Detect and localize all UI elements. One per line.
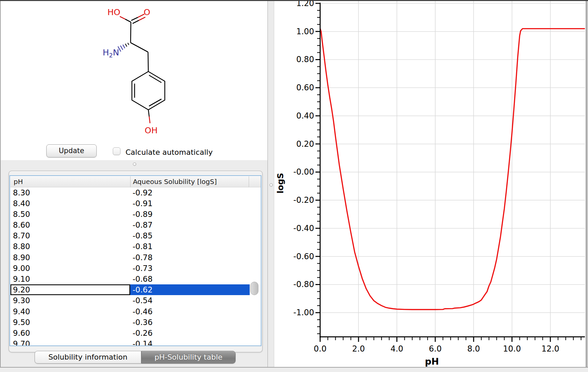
column-header-ph[interactable]: pH (10, 176, 131, 187)
solubility-cell[interactable]: -0.85 (130, 230, 250, 241)
carbonyl-oxygen-label: O (144, 7, 150, 17)
table-row[interactable]: 9.50-0.36 (10, 317, 261, 328)
ph-cell[interactable]: 9.50 (10, 317, 131, 328)
ph-solubility-chart: 1.201.000.800.600.400.20-0.00-0.20-0.40-… (274, 1, 585, 367)
y-tick-label: -1.00 (293, 308, 314, 317)
table-row[interactable]: 9.20-0.62 (10, 284, 261, 295)
x-tick-label: 2.0 (352, 344, 365, 354)
solubility-cell[interactable]: -0.73 (130, 263, 250, 274)
table-row[interactable]: 8.50-0.89 (10, 209, 261, 220)
y-tick-label: 0.60 (296, 83, 314, 92)
x-tick-label: 6.0 (429, 344, 442, 354)
horizontal-split-handle[interactable] (133, 162, 136, 166)
ph-cell[interactable]: 9.00 (10, 263, 131, 274)
window-right-border (585, 1, 588, 372)
window-top-border (0, 0, 588, 1)
y-tick-label: 0.40 (296, 111, 314, 121)
y-tick-label: -0.40 (293, 224, 314, 233)
solubility-cell[interactable]: -0.14 (130, 338, 250, 345)
table-row[interactable]: 8.90-0.78 (10, 252, 261, 263)
ph-cell[interactable]: 8.90 (10, 252, 131, 263)
ph-cell[interactable]: 8.80 (10, 241, 131, 252)
ph-cell[interactable]: 9.30 (10, 295, 131, 306)
solubility-cell[interactable]: -0.68 (130, 274, 250, 284)
table-header: pH Aqueous Solubility [logS] (10, 176, 261, 187)
oxygen-bond-lines (120, 14, 150, 123)
x-tick-label: 4.0 (391, 344, 403, 354)
table-row[interactable]: 8.40-0.91 (10, 198, 261, 209)
solubility-cell[interactable]: -0.91 (130, 198, 250, 209)
column-header-solubility[interactable]: Aqueous Solubility [logS] (130, 176, 249, 187)
y-tick-label: -0.20 (293, 195, 314, 205)
ph-cell[interactable]: 9.40 (10, 306, 131, 317)
solubility-cell[interactable]: -0.36 (130, 317, 250, 328)
solubility-cell[interactable]: -0.78 (130, 252, 250, 263)
ph-cell[interactable]: 9.60 (10, 328, 131, 338)
hash-wedge-bond (118, 43, 129, 52)
y-tick-label: 0.20 (296, 139, 314, 149)
ph-cell[interactable]: 8.30 (10, 187, 131, 198)
table-row[interactable]: 9.40-0.46 (10, 306, 261, 317)
table-row[interactable]: 8.60-0.87 (10, 220, 261, 230)
solubility-cell[interactable]: -0.92 (130, 187, 250, 198)
ph-cell[interactable]: 9.10 (10, 274, 131, 284)
table-rows: 8.30-0.928.40-0.918.50-0.898.60-0.878.70… (10, 187, 261, 345)
y-tick-label: -0.80 (293, 280, 314, 289)
y-tick-label: 0.80 (296, 55, 314, 64)
table-row[interactable]: 9.60-0.26 (10, 328, 261, 338)
calculate-automatically-label: Calculate automatically (126, 148, 213, 156)
ph-cell[interactable]: 8.50 (10, 209, 131, 220)
table-scrollbar-thumb[interactable] (250, 282, 258, 295)
x-tick-label: 0.0 (314, 344, 327, 354)
x-tick-label: 10.0 (503, 344, 521, 354)
tab-solubility-information[interactable]: Solubility information (35, 351, 141, 364)
ph-cell[interactable]: 9.20 (10, 284, 131, 295)
ph-cell[interactable]: 8.60 (10, 220, 131, 230)
x-tick-label: 12.0 (541, 344, 559, 354)
ph-cell[interactable]: 9.70 (10, 338, 131, 345)
calculate-automatically-checkbox[interactable] (113, 147, 120, 155)
solubility-curve (320, 29, 585, 310)
y-tick-label: 1.20 (296, 1, 314, 8)
solubility-cell[interactable]: -0.81 (130, 241, 250, 252)
x-axis-title: pH (425, 356, 439, 367)
molecule-canvas[interactable]: HO O H2N OH (1, 1, 267, 160)
y-axis-title: logS (276, 173, 285, 193)
table-row[interactable]: 8.80-0.81 (10, 241, 261, 252)
solubility-cell[interactable]: -0.26 (130, 328, 250, 338)
table-row[interactable]: 8.30-0.92 (10, 187, 261, 198)
table-row[interactable]: 9.30-0.54 (10, 295, 261, 306)
solubility-cell[interactable]: -0.87 (130, 220, 250, 230)
x-tick-label: 8.0 (467, 344, 480, 354)
molecule-structure: HO O H2N OH (1, 1, 267, 160)
table-row[interactable]: 8.70-0.85 (10, 230, 261, 241)
hydroxyl-acid-label: HO (107, 7, 120, 17)
solubility-cell[interactable]: -0.54 (130, 295, 250, 306)
phenol-oh-label: OH (145, 126, 157, 135)
update-button[interactable]: Update (46, 144, 97, 157)
vertical-split-handle[interactable] (270, 183, 273, 187)
bond-lines (125, 17, 165, 117)
solubility-cell[interactable]: -0.46 (130, 306, 250, 317)
y-tick-label: -0.60 (293, 252, 314, 261)
y-tick-label: 1.00 (296, 27, 314, 36)
tab-ph-solubility-table[interactable]: pH-Solubility table (141, 351, 236, 364)
chart-panel: 1.201.000.800.600.400.20-0.00-0.20-0.40-… (274, 1, 585, 367)
window-bottom-strip (0, 367, 588, 372)
solubility-predictor-window: HO O H2N OH Update Calculate automatical… (0, 0, 588, 372)
table-row[interactable]: 9.10-0.68 (10, 274, 261, 284)
window-left-border (0, 1, 1, 372)
solubility-cell[interactable]: -0.62 (130, 284, 250, 295)
y-tick-label: -0.00 (293, 167, 314, 177)
column-header-gutter (249, 176, 261, 187)
amine-label: H2N (103, 48, 119, 59)
solubility-cell[interactable]: -0.89 (130, 209, 250, 220)
ph-cell[interactable]: 8.70 (10, 230, 131, 241)
ph-cell[interactable]: 8.40 (10, 198, 131, 209)
table-row[interactable]: 9.00-0.73 (10, 263, 261, 274)
table-row[interactable]: 9.70-0.14 (10, 338, 261, 345)
